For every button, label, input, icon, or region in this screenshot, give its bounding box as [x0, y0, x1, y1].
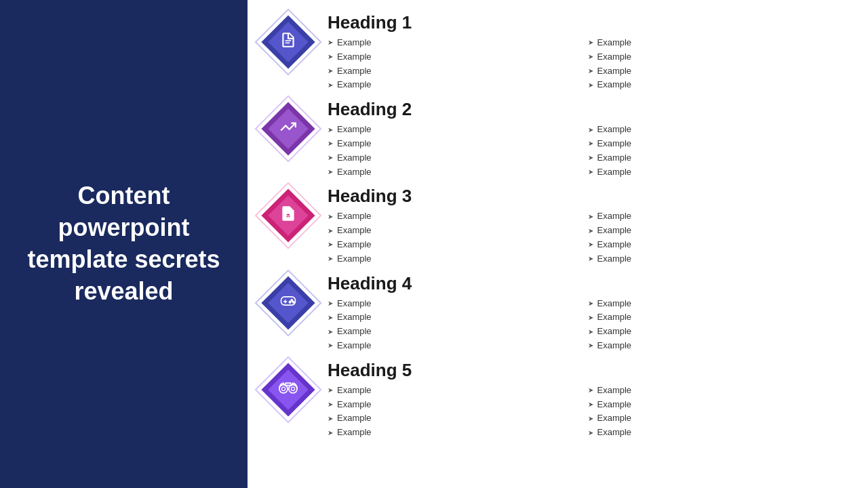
- examples-col-left-1: ExampleExampleExampleExample: [328, 36, 588, 92]
- section-heading-3: Heading 3: [328, 186, 848, 207]
- section-icon-5: [279, 380, 298, 400]
- diamond-icon-5: [261, 363, 315, 417]
- diamond-icon-2: [261, 102, 315, 156]
- list-item: Example: [588, 339, 848, 353]
- list-item: Example: [328, 165, 588, 180]
- list-item: Example: [588, 411, 848, 426]
- list-item: Example: [588, 297, 848, 311]
- list-item: Example: [328, 325, 588, 339]
- svg-point-7: [293, 301, 295, 303]
- examples-col-right-1: ExampleExampleExampleExample: [588, 36, 848, 92]
- list-item: Example: [588, 209, 848, 224]
- list-item: Example: [328, 50, 588, 64]
- section-heading-1: Heading 1: [328, 12, 848, 33]
- main-content: Heading 1ExampleExampleExampleExampleExa…: [248, 0, 868, 488]
- examples-col-right-2: ExampleExampleExampleExample: [588, 123, 848, 179]
- list-item: Example: [328, 310, 588, 325]
- examples-col-left-2: ExampleExampleExampleExample: [328, 123, 588, 179]
- sidebar: Content powerpoint template secrets reve…: [0, 0, 248, 488]
- section-row-3: Heading 3ExampleExampleExampleExampleExa…: [261, 186, 848, 266]
- list-item: Example: [328, 137, 588, 151]
- section-row-2: Heading 2ExampleExampleExampleExampleExa…: [261, 99, 848, 179]
- list-item: Example: [328, 64, 588, 79]
- diamond-icon-1: [261, 15, 315, 69]
- section-row-5: Heading 5ExampleExampleExampleExampleExa…: [261, 360, 848, 440]
- list-item: Example: [588, 137, 848, 151]
- list-item: Example: [328, 398, 588, 412]
- list-item: Example: [588, 238, 848, 252]
- list-item: Example: [328, 209, 588, 224]
- list-item: Example: [588, 398, 848, 412]
- svg-point-6: [291, 299, 293, 301]
- svg-point-13: [291, 387, 294, 390]
- list-item: Example: [588, 78, 848, 92]
- section-icon-3: [279, 205, 297, 226]
- list-item: Example: [328, 123, 588, 137]
- diamond-icon-3: [261, 188, 315, 243]
- section-heading-4: Heading 4: [328, 273, 848, 294]
- examples-col-right-4: ExampleExampleExampleExample: [588, 297, 848, 353]
- list-item: Example: [328, 339, 588, 353]
- list-item: Example: [588, 123, 848, 137]
- examples-col-right-3: ExampleExampleExampleExample: [588, 209, 848, 266]
- svg-point-9: [279, 384, 288, 392]
- section-heading-2: Heading 2: [328, 99, 848, 120]
- examples-col-left-3: ExampleExampleExampleExample: [328, 209, 588, 266]
- list-item: Example: [328, 252, 588, 266]
- list-item: Example: [328, 411, 588, 426]
- examples-col-left-5: ExampleExampleExampleExample: [328, 384, 588, 440]
- list-item: Example: [328, 297, 588, 311]
- examples-col-left-4: ExampleExampleExampleExample: [328, 297, 588, 353]
- list-item: Example: [328, 384, 588, 398]
- list-item: Example: [588, 426, 848, 440]
- list-item: Example: [328, 426, 588, 440]
- list-item: Example: [328, 151, 588, 165]
- svg-point-8: [289, 301, 291, 303]
- sidebar-title: Content powerpoint template secrets reve…: [27, 180, 220, 307]
- list-item: Example: [588, 64, 848, 79]
- list-item: Example: [588, 310, 848, 325]
- list-item: Example: [588, 252, 848, 266]
- list-item: Example: [328, 78, 588, 92]
- section-heading-5: Heading 5: [328, 360, 848, 381]
- section-icon-1: [279, 31, 297, 53]
- list-item: Example: [328, 36, 588, 50]
- list-item: Example: [588, 165, 848, 180]
- list-item: Example: [328, 238, 588, 252]
- list-item: Example: [588, 50, 848, 64]
- diamond-icon-4: [261, 276, 315, 330]
- list-item: Example: [328, 224, 588, 238]
- section-icon-2: [279, 118, 297, 140]
- list-item: Example: [588, 384, 848, 398]
- svg-point-12: [281, 387, 285, 390]
- examples-col-right-5: ExampleExampleExampleExample: [588, 384, 848, 440]
- section-row-1: Heading 1ExampleExampleExampleExampleExa…: [261, 12, 848, 92]
- section-row-4: Heading 4ExampleExampleExampleExampleExa…: [261, 273, 848, 353]
- section-icon-4: [279, 293, 298, 312]
- list-item: Example: [588, 36, 848, 50]
- list-item: Example: [588, 151, 848, 165]
- list-item: Example: [588, 224, 848, 238]
- list-item: Example: [588, 325, 848, 339]
- svg-point-10: [289, 384, 297, 392]
